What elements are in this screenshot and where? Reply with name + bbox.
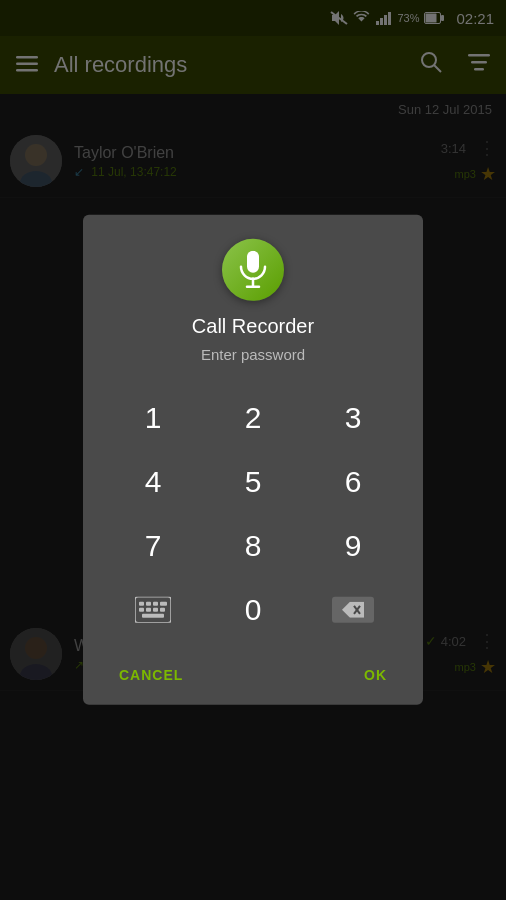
svg-rect-22	[247, 251, 259, 273]
svg-rect-26	[139, 602, 144, 606]
key-6[interactable]: 6	[317, 453, 389, 511]
backspace-icon	[332, 597, 374, 623]
cancel-button[interactable]: CANCEL	[103, 659, 199, 691]
dialog-title: Call Recorder	[192, 315, 314, 338]
key-4[interactable]: 4	[117, 453, 189, 511]
app-icon	[222, 239, 284, 301]
key-1[interactable]: 1	[117, 389, 189, 447]
key-3[interactable]: 3	[317, 389, 389, 447]
numpad-row-1: 1 2 3	[103, 389, 403, 447]
svg-rect-31	[146, 608, 151, 612]
dialog-actions: CANCEL OK	[83, 651, 423, 705]
numpad-row-2: 4 5 6	[103, 453, 403, 511]
svg-rect-33	[160, 608, 165, 612]
svg-rect-28	[153, 602, 158, 606]
password-dialog: Call Recorder Enter password 1 2 3 4 5 6…	[83, 215, 423, 705]
key-7[interactable]: 7	[117, 517, 189, 575]
numpad-row-4: 0	[103, 581, 403, 639]
dialog-subtitle: Enter password	[201, 346, 305, 363]
keyboard-icon	[135, 597, 171, 623]
backspace-button[interactable]	[317, 581, 389, 639]
key-0[interactable]: 0	[217, 581, 289, 639]
svg-rect-29	[160, 602, 167, 606]
svg-rect-34	[142, 614, 164, 618]
svg-rect-27	[146, 602, 151, 606]
key-9[interactable]: 9	[317, 517, 389, 575]
dialog-header: Call Recorder Enter password	[83, 215, 423, 379]
numpad-row-3: 7 8 9	[103, 517, 403, 575]
key-5[interactable]: 5	[217, 453, 289, 511]
svg-rect-30	[139, 608, 144, 612]
key-2[interactable]: 2	[217, 389, 289, 447]
key-8[interactable]: 8	[217, 517, 289, 575]
svg-rect-32	[153, 608, 158, 612]
keyboard-switch-button[interactable]	[117, 581, 189, 639]
numpad: 1 2 3 4 5 6 7 8 9	[83, 379, 423, 651]
ok-button[interactable]: OK	[348, 659, 403, 691]
microphone-icon	[237, 251, 269, 289]
